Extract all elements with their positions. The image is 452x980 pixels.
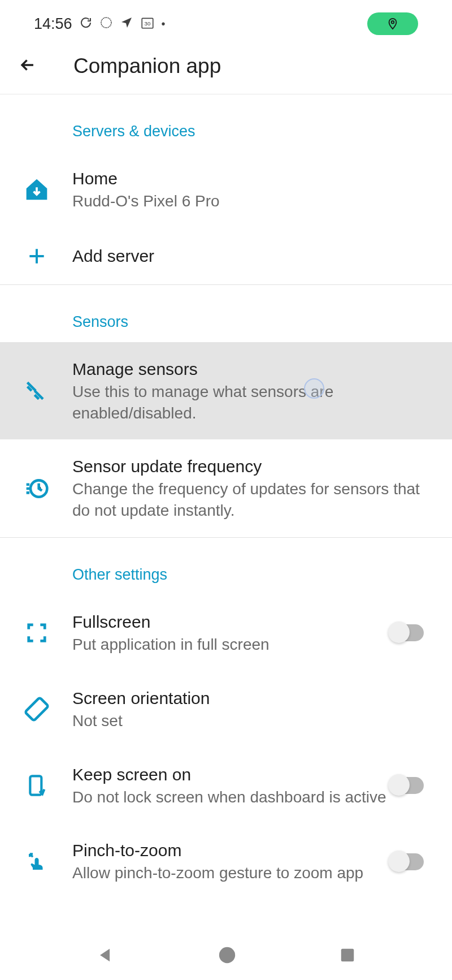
location-icon <box>120 16 133 32</box>
server-home-title: Home <box>72 167 435 189</box>
orientation-title: Screen orientation <box>72 687 435 709</box>
pinch-zoom-toggle[interactable] <box>391 853 424 870</box>
svg-rect-5 <box>25 697 48 720</box>
status-left: 14:56 30 • <box>34 15 166 33</box>
fullscreen-title: Fullscreen <box>72 611 391 633</box>
pinch-zoom-title: Pinch-to-zoom <box>72 839 391 861</box>
section-header-sensors: Sensors <box>0 285 452 342</box>
sensor-frequency-title: Sensor update frequency <box>72 455 435 477</box>
calendar-icon: 30 <box>140 15 155 32</box>
fullscreen-item[interactable]: Fullscreen Put application in full scree… <box>0 595 452 671</box>
nav-recent[interactable] <box>339 947 356 966</box>
sensor-frequency-subtitle: Change the frequency of updates for sens… <box>72 478 435 521</box>
phone-icon <box>17 774 56 797</box>
pinch-zoom-subtitle: Allow pinch-to-zoom gesture to zoom app <box>72 862 391 884</box>
sensor-frequency-item[interactable]: Sensor update frequency Change the frequ… <box>0 439 452 537</box>
dot-icon: • <box>162 18 166 31</box>
manage-sensors-subtitle: Use this to manage what sensors are enab… <box>72 381 435 424</box>
navigation-bar <box>0 932 452 980</box>
section-header-other: Other settings <box>0 538 452 595</box>
manage-sensors-title: Manage sensors <box>72 358 435 380</box>
chat-icon <box>99 16 113 32</box>
back-button[interactable] <box>18 55 37 77</box>
keep-screen-subtitle: Do not lock screen when dashboard is act… <box>72 787 391 808</box>
svg-text:30: 30 <box>144 20 150 27</box>
status-bar: 14:56 30 • <box>0 0 452 40</box>
rotate-icon <box>17 697 56 722</box>
server-home-subtitle: Rudd-O's Pixel 6 Pro <box>72 191 435 212</box>
server-home-item[interactable]: Home Rudd-O's Pixel 6 Pro <box>0 152 452 228</box>
fullscreen-icon <box>17 622 56 644</box>
plus-icon <box>17 245 56 267</box>
add-server-item[interactable]: Add server <box>0 228 452 284</box>
section-header-servers: Servers & devices <box>0 94 452 152</box>
pin-icon <box>386 16 399 32</box>
keep-screen-item[interactable]: Keep screen on Do not lock screen when d… <box>0 748 452 824</box>
app-bar: Companion app <box>0 40 452 93</box>
keep-screen-title: Keep screen on <box>72 763 391 785</box>
home-icon <box>17 177 56 202</box>
nav-back[interactable] <box>96 946 115 967</box>
fullscreen-subtitle: Put application in full screen <box>72 634 391 655</box>
pinch-zoom-item[interactable]: Pinch-to-zoom Allow pinch-to-zoom gestur… <box>0 823 452 900</box>
sensors-icon <box>17 378 56 403</box>
clock-icon <box>17 476 56 501</box>
orientation-subtitle: Not set <box>72 710 435 732</box>
touch-hint <box>304 378 324 399</box>
orientation-item[interactable]: Screen orientation Not set <box>0 671 452 748</box>
sync-icon <box>79 16 93 32</box>
svg-point-7 <box>219 947 235 962</box>
svg-point-3 <box>392 21 394 24</box>
svg-rect-8 <box>341 948 354 961</box>
app-title: Companion app <box>73 54 221 78</box>
location-pill[interactable] <box>367 12 418 35</box>
pinch-icon <box>17 850 56 874</box>
keep-screen-toggle[interactable] <box>391 777 424 794</box>
add-server-title: Add server <box>72 245 435 267</box>
nav-home[interactable] <box>218 946 237 967</box>
fullscreen-toggle[interactable] <box>391 624 424 641</box>
svg-point-0 <box>101 18 111 28</box>
status-time: 14:56 <box>34 15 72 33</box>
manage-sensors-item[interactable]: Manage sensors Use this to manage what s… <box>0 342 452 440</box>
